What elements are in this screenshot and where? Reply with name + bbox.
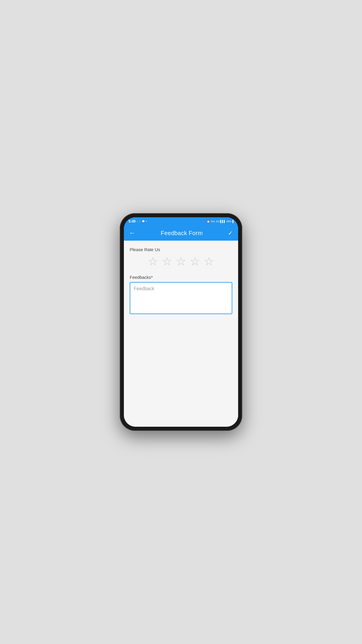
status-bar-right: ⏰ VoL 4G ▌▌▌ 49%▐ (207, 220, 233, 223)
star-rating[interactable]: ☆ ☆ ☆ ☆ ☆ (130, 256, 232, 267)
phone-screen: 5:49 ↓ ↓ 💬 • ⏰ VoL 4G ▌▌▌ 49%▐ ← Feedbac… (124, 217, 238, 427)
dot-icon: • (146, 220, 147, 223)
rate-label: Please Rate Us (130, 247, 232, 252)
main-content: Please Rate Us ☆ ☆ ☆ ☆ ☆ Feedbacks* (124, 241, 238, 427)
download-icon: ↓ (137, 220, 138, 223)
status-bar-left: 5:49 ↓ ↓ 💬 • (129, 219, 147, 223)
download2-icon: ↓ (139, 220, 141, 223)
star-4[interactable]: ☆ (190, 256, 200, 267)
star-1[interactable]: ☆ (148, 256, 158, 267)
message-icon: 💬 (142, 220, 145, 223)
status-bar: 5:49 ↓ ↓ 💬 • ⏰ VoL 4G ▌▌▌ 49%▐ (124, 217, 238, 225)
star-3[interactable]: ☆ (176, 256, 186, 267)
status-right-icons: ⏰ VoL 4G ▌▌▌ 49%▐ (207, 220, 233, 223)
app-header: ← Feedback Form ✓ (124, 225, 238, 241)
star-2[interactable]: ☆ (162, 256, 172, 267)
page-title: Feedback Form (161, 230, 203, 237)
phone-frame: 5:49 ↓ ↓ 💬 • ⏰ VoL 4G ▌▌▌ 49%▐ ← Feedbac… (120, 213, 242, 431)
feedback-label: Feedbacks* (130, 275, 232, 280)
confirm-button[interactable]: ✓ (228, 230, 233, 237)
status-time: 5:49 (129, 219, 136, 223)
back-button[interactable]: ← (129, 230, 136, 236)
star-5[interactable]: ☆ (204, 256, 214, 267)
feedback-input[interactable] (130, 282, 232, 314)
